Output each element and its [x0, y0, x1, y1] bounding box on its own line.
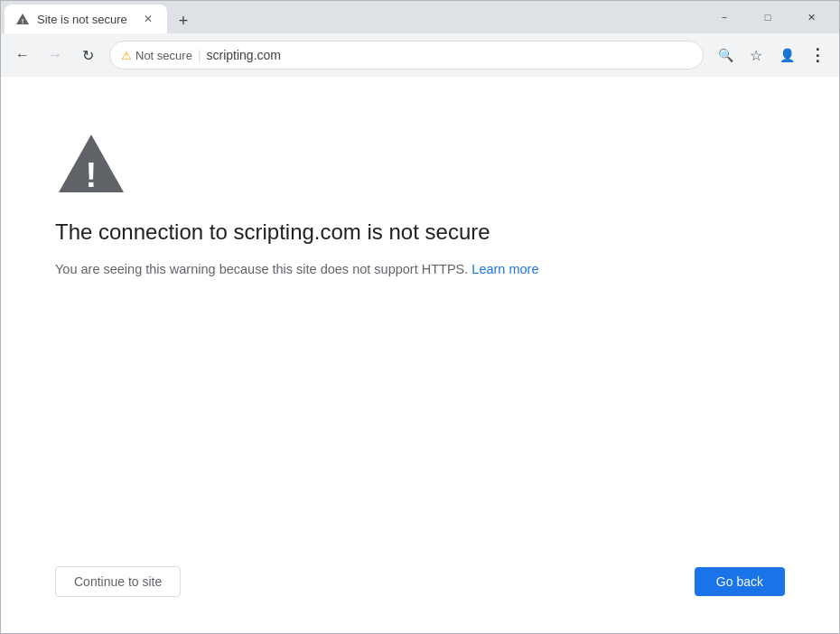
active-tab[interactable]: ! Site is not secure ✕ — [5, 5, 167, 33]
error-description-text: You are seeing this warning because this… — [55, 262, 468, 276]
go-back-button[interactable]: Go back — [695, 567, 785, 596]
address-bar[interactable]: ⚠ Not secure | scripting.com — [109, 41, 704, 70]
minimize-button[interactable]: − — [704, 3, 745, 32]
new-tab-button[interactable]: + — [171, 8, 196, 33]
security-icon[interactable]: ⚠ Not secure — [121, 49, 192, 62]
toolbar: ← → ↻ ⚠ Not secure | scripting.com 🔍 ☆ 👤… — [1, 33, 839, 77]
error-description: You are seeing this warning because this… — [55, 260, 785, 280]
tab-area: ! Site is not secure ✕ + — [5, 1, 704, 33]
svg-text:!: ! — [86, 155, 98, 194]
tab-close-button[interactable]: ✕ — [140, 11, 156, 27]
warning-triangle-icon: ⚠ — [121, 49, 132, 62]
search-button[interactable]: 🔍 — [711, 41, 740, 70]
tab-title: Site is not secure — [37, 13, 133, 26]
bookmark-button[interactable]: ☆ — [742, 41, 770, 70]
url-display: scripting.com — [207, 48, 692, 62]
learn-more-link[interactable]: Learn more — [471, 262, 538, 276]
error-heading: The connection to scripting.com is not s… — [55, 218, 785, 246]
back-button[interactable]: ← — [8, 41, 37, 70]
window-controls: − □ ✕ — [704, 3, 835, 32]
account-button[interactable]: 👤 — [772, 41, 801, 70]
reload-button[interactable]: ↻ — [73, 41, 102, 70]
close-button[interactable]: ✕ — [790, 3, 832, 32]
continue-to-site-button[interactable]: Continue to site — [55, 566, 181, 597]
security-text: Not secure — [135, 49, 192, 62]
toolbar-actions: 🔍 ☆ 👤 ⋮ — [711, 41, 832, 70]
page-content: ! The connection to scripting.com is not… — [1, 77, 839, 633]
tab-favicon: ! — [15, 12, 30, 26]
svg-text:!: ! — [22, 17, 24, 25]
warning-icon-container: ! — [55, 131, 785, 196]
forward-button[interactable]: → — [41, 41, 70, 70]
warning-triangle-large-icon: ! — [55, 131, 127, 196]
menu-button[interactable]: ⋮ — [803, 41, 832, 70]
browser-window: ! Site is not secure ✕ + − □ ✕ ← → ↻ ⚠ N… — [0, 0, 840, 634]
maximize-button[interactable]: □ — [747, 3, 789, 32]
security-divider: | — [198, 48, 201, 62]
button-row: Continue to site Go back — [55, 566, 785, 597]
title-bar: ! Site is not secure ✕ + − □ ✕ — [1, 1, 839, 33]
